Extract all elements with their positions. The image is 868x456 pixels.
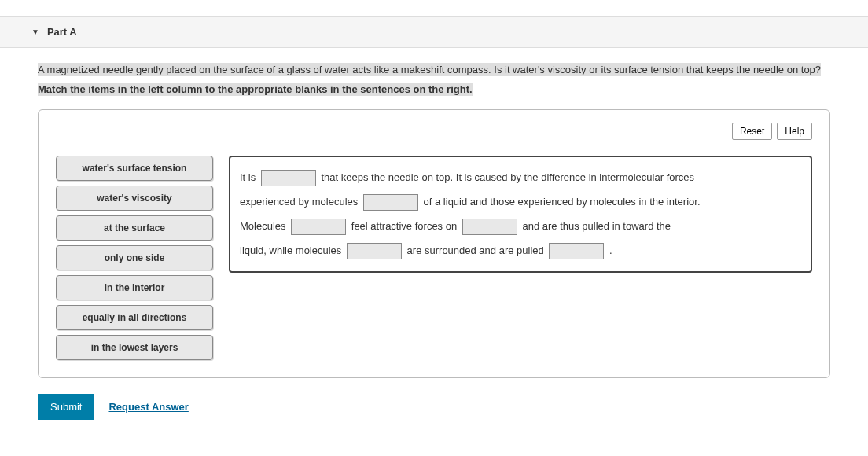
drag-item[interactable]: in the lowest layers [56, 335, 213, 360]
sentence-text: liquid, while molecules [240, 245, 341, 256]
main-area: water's surface tension water's viscosit… [56, 156, 812, 360]
drag-item[interactable]: water's surface tension [56, 156, 213, 181]
drag-item[interactable]: equally in all directions [56, 305, 213, 330]
part-label: Part A [47, 26, 77, 38]
drag-item[interactable]: only one side [56, 245, 213, 270]
sentence-target-box: It is that keeps the needle on top. It i… [229, 156, 812, 273]
drag-item[interactable]: water's viscosity [56, 186, 213, 211]
drop-blank[interactable] [347, 243, 402, 259]
sentence-text: feel attractive forces on [351, 220, 457, 232]
activity-box: Reset Help water's surface tension water… [38, 109, 830, 378]
drop-blank[interactable] [363, 194, 418, 211]
sentence-text: are surrounded and are pulled [407, 245, 544, 256]
question-text: A magnetized needle gently placed on the… [38, 63, 821, 76]
sentence-text: of a liquid and those experienced by mol… [424, 196, 701, 208]
drag-item[interactable]: at the surface [56, 215, 213, 241]
drop-blank[interactable] [261, 170, 316, 186]
sentence-text: It is [240, 171, 256, 183]
question-line: A magnetized needle gently placed on the… [38, 62, 830, 79]
sentence-text: and are thus pulled in toward the [522, 220, 671, 232]
help-button[interactable]: Help [777, 123, 812, 140]
content-area: A magnetized needle gently placed on the… [0, 48, 868, 420]
reset-button[interactable]: Reset [732, 123, 772, 140]
drop-blank[interactable] [291, 219, 346, 235]
request-answer-link[interactable]: Request Answer [108, 401, 188, 413]
collapse-icon: ▼ [31, 28, 39, 36]
instruction-text: Match the items in the left column to th… [38, 83, 473, 96]
sentence-text: . [609, 245, 612, 256]
drag-source-column: water's surface tension water's viscosit… [56, 156, 213, 360]
bottom-row: Submit Request Answer [38, 394, 830, 420]
top-buttons: Reset Help [56, 123, 812, 140]
part-header[interactable]: ▼ Part A [0, 16, 868, 48]
sentence-text: experienced by molecules [240, 196, 358, 208]
sentence-text: Molecules [240, 220, 286, 232]
submit-button[interactable]: Submit [38, 394, 94, 420]
instruction-line: Match the items in the left column to th… [38, 83, 830, 95]
drop-blank[interactable] [549, 243, 604, 259]
drag-item[interactable]: in the interior [56, 275, 213, 300]
drop-blank[interactable] [462, 219, 517, 235]
sentence-text: that keeps the needle on top. It is caus… [321, 171, 694, 183]
